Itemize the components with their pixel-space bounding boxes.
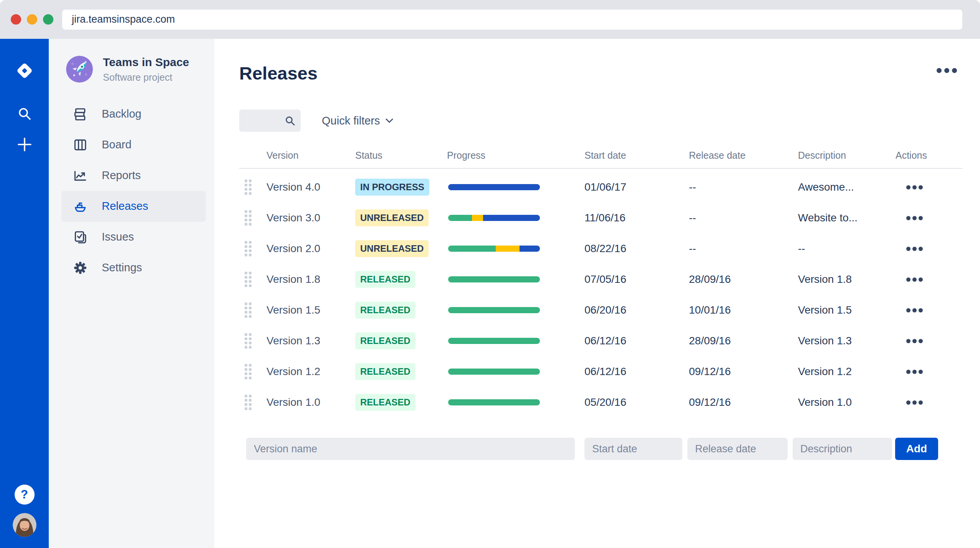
- global-search-icon[interactable]: [15, 105, 34, 123]
- start-date: 06/12/16: [584, 335, 689, 347]
- version-name[interactable]: Version 1.3: [260, 335, 355, 347]
- drag-handle-icon[interactable]: [245, 179, 260, 195]
- page-title: Releases: [239, 63, 318, 84]
- sidebar-item-label: Board: [102, 138, 131, 151]
- start-date: 06/20/16: [584, 304, 689, 316]
- version-name[interactable]: Version 1.5: [260, 304, 355, 316]
- status-badge: RELEASED: [355, 394, 416, 411]
- description: Website to...: [798, 212, 896, 224]
- description: --: [798, 242, 896, 255]
- drag-handle-icon[interactable]: [245, 364, 260, 379]
- drag-handle-icon[interactable]: [245, 210, 260, 226]
- table-row: Version 3.0 UNRELEASED 11/06/16 -- Websi…: [239, 203, 962, 233]
- row-actions-button[interactable]: [906, 277, 962, 282]
- start-date: 06/12/16: [584, 365, 689, 378]
- table-header: Version Status Progress Start date Relea…: [239, 143, 962, 169]
- description: Version 1.3: [798, 335, 896, 347]
- progress-bar: [448, 399, 540, 405]
- url-text: jira.teamsinspace.com: [72, 13, 175, 25]
- start-date-input[interactable]: [584, 438, 682, 460]
- sidebar-item-board[interactable]: Board: [61, 130, 206, 160]
- drag-handle-icon[interactable]: [245, 395, 260, 410]
- progress-bar: [448, 184, 540, 190]
- ship-icon: [73, 199, 88, 214]
- user-avatar[interactable]: [13, 513, 36, 537]
- release-date: 28/09/16: [689, 273, 798, 286]
- status-badge: RELEASED: [355, 363, 416, 380]
- description: Awesome...: [798, 181, 896, 193]
- version-name-input[interactable]: [246, 438, 575, 460]
- drag-handle-icon[interactable]: [245, 302, 260, 318]
- progress-bar: [448, 369, 540, 375]
- progress-bar: [448, 246, 540, 252]
- maximize-window-button[interactable]: [43, 14, 53, 25]
- status-badge: RELEASED: [355, 302, 416, 319]
- minimize-window-button[interactable]: [27, 14, 37, 25]
- description: Version 1.0: [798, 396, 896, 409]
- column-header-version: Version: [260, 150, 355, 161]
- progress-bar: [448, 276, 540, 282]
- sidebar-item-backlog[interactable]: Backlog: [61, 99, 206, 130]
- version-name[interactable]: Version 1.2: [260, 365, 355, 378]
- table-row: Version 1.0 RELEASED 05/20/16 09/12/16 V…: [239, 387, 962, 418]
- release-date: --: [689, 242, 798, 255]
- row-actions-button[interactable]: [906, 370, 962, 374]
- quick-filters-dropdown[interactable]: Quick filters: [322, 115, 394, 127]
- version-name[interactable]: Version 2.0: [260, 242, 355, 255]
- add-version-form: Add: [246, 438, 938, 460]
- sidebar-item-issues[interactable]: Issues: [61, 222, 206, 252]
- row-actions-button[interactable]: [906, 216, 962, 220]
- search-icon: [284, 115, 296, 128]
- sidebar-item-releases[interactable]: Releases: [61, 191, 206, 222]
- progress-segment-blue: [520, 246, 540, 252]
- description-input[interactable]: [793, 438, 892, 460]
- description: Version 1.5: [798, 304, 896, 316]
- add-button[interactable]: Add: [895, 438, 938, 460]
- progress-segment-green: [448, 338, 540, 344]
- version-name[interactable]: Version 3.0: [260, 212, 355, 224]
- quick-filters-label: Quick filters: [322, 115, 380, 127]
- description: Version 1.8: [798, 273, 896, 286]
- jira-logo-icon[interactable]: [14, 60, 35, 81]
- version-name[interactable]: Version 1.0: [260, 396, 355, 409]
- row-actions-button[interactable]: [906, 308, 962, 312]
- project-avatar-rocket-icon: [66, 56, 93, 83]
- drag-handle-icon[interactable]: [245, 241, 260, 256]
- address-bar[interactable]: jira.teamsinspace.com: [62, 10, 962, 30]
- table-row: Version 1.8 RELEASED 07/05/16 28/09/16 V…: [239, 264, 962, 295]
- column-header-start-date: Start date: [584, 150, 689, 161]
- progress-segment-green: [448, 215, 472, 221]
- version-name[interactable]: Version 1.8: [260, 273, 355, 286]
- row-actions-button[interactable]: [906, 185, 962, 189]
- search-box[interactable]: [239, 110, 301, 132]
- row-actions-button[interactable]: [906, 400, 962, 405]
- progress-segment-green: [448, 399, 540, 405]
- row-actions-button[interactable]: [906, 247, 962, 251]
- sidebar-item-label: Releases: [102, 200, 148, 213]
- progress-segment-green: [448, 276, 540, 282]
- drag-handle-icon[interactable]: [245, 333, 260, 349]
- sidebar-item-reports[interactable]: Reports: [61, 160, 206, 191]
- close-window-button[interactable]: [11, 14, 21, 25]
- chevron-down-icon: [385, 118, 394, 123]
- version-name[interactable]: Version 4.0: [260, 181, 355, 193]
- reports-icon: [73, 168, 88, 183]
- help-button[interactable]: ?: [15, 485, 35, 505]
- status-badge: IN PROGRESS: [355, 179, 429, 196]
- release-date-input[interactable]: [687, 438, 788, 460]
- sidebar-item-label: Backlog: [102, 108, 141, 120]
- column-header-description: Description: [798, 150, 896, 161]
- gear-icon: [73, 261, 88, 275]
- sidebar-item-label: Issues: [102, 231, 134, 243]
- page-more-menu-button[interactable]: [937, 68, 957, 73]
- project-header: Teams in Space Software project: [49, 39, 214, 83]
- browser-chrome: jira.teamsinspace.com: [0, 0, 980, 39]
- drag-handle-icon[interactable]: [245, 272, 260, 287]
- project-nav: Backlog Board: [49, 99, 214, 283]
- row-actions-button[interactable]: [906, 339, 962, 343]
- sidebar-item-settings[interactable]: Settings: [61, 252, 206, 283]
- create-plus-icon[interactable]: [16, 136, 33, 153]
- status-badge: UNRELEASED: [355, 240, 429, 257]
- status-badge: RELEASED: [355, 332, 416, 349]
- release-date: --: [689, 181, 798, 193]
